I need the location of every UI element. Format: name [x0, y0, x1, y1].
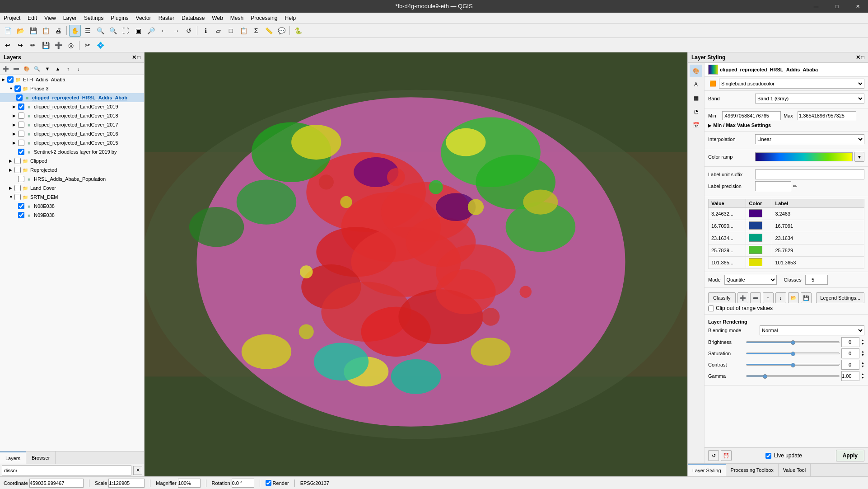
rotation-input[interactable] [232, 479, 254, 488]
expand-lc2018-icon[interactable]: ▶ [13, 113, 18, 118]
blending-select[interactable]: Normal Multiply Screen [760, 325, 864, 335]
expand-clipped-icon[interactable]: ▶ [9, 159, 14, 163]
layer-lc2016-checkbox[interactable] [18, 131, 24, 137]
print-btn[interactable]: 🖨 [52, 25, 64, 37]
menu-vector[interactable]: Vector [132, 13, 155, 24]
layer-reprojected-grp[interactable]: ▶ 📁 Reprojected [0, 165, 144, 174]
expand-reprojected-icon[interactable]: ▶ [9, 168, 14, 172]
apply-button[interactable]: Apply [836, 450, 864, 461]
styling-refresh-btn[interactable]: ↺ [708, 450, 719, 461]
classify-button[interactable]: Classify [708, 292, 736, 303]
cell-color[interactable] [746, 232, 772, 244]
zoom-select-btn[interactable]: 🔎 [145, 25, 157, 37]
search-clear-button[interactable]: ✕ [133, 466, 142, 475]
label-edit[interactable] [775, 248, 861, 253]
label-edit[interactable] [775, 223, 861, 229]
layer-phase3-checkbox[interactable] [14, 85, 21, 92]
zoom-out-btn[interactable]: 🔍 [107, 25, 119, 37]
interpolation-select[interactable]: Linear [755, 134, 864, 144]
expand-srtm-icon[interactable]: ▼ [9, 195, 14, 199]
expand-lc2015-icon[interactable]: ▶ [13, 141, 18, 145]
tab-layer-styling[interactable]: Layer Styling [688, 464, 726, 476]
classify-up-icon[interactable]: ↑ [763, 292, 774, 303]
meas-btn[interactable]: 📏 [263, 25, 275, 37]
menu-database[interactable]: Database [178, 13, 208, 24]
layer-srtm-checkbox[interactable] [14, 194, 21, 200]
classify-add-icon[interactable]: ➕ [737, 292, 748, 303]
layer-srtm-grp[interactable]: ▼ 📁 SRTM_DEM [0, 193, 144, 202]
digitize-btn[interactable]: ✂ [82, 39, 93, 51]
refresh-btn[interactable]: ↺ [183, 25, 195, 37]
styling-label-icon[interactable]: A [690, 78, 702, 91]
color-swatch[interactable] [749, 258, 762, 266]
tab-browser[interactable]: Browser [26, 451, 56, 464]
cell-label[interactable] [772, 220, 864, 232]
layer-sentinel-checkbox[interactable] [18, 149, 24, 155]
expand-phase3-icon[interactable]: ▼ [9, 86, 14, 91]
redo-btn[interactable]: ↪ [14, 39, 26, 51]
search-input[interactable] [2, 465, 131, 475]
menu-project[interactable]: Project [0, 13, 24, 24]
classify-down-icon[interactable]: ↓ [775, 292, 786, 303]
expand-lc2019-icon[interactable]: ▶ [13, 104, 18, 109]
pan-map-btn[interactable]: ☰ [82, 25, 93, 37]
gamma-thumb[interactable] [763, 374, 767, 379]
tab-layers[interactable]: Layers [0, 451, 26, 464]
styling-paint-icon[interactable]: 🎨 [690, 65, 702, 77]
maximize-button[interactable]: □ [826, 0, 847, 13]
styling-auto-apply-btn[interactable]: ⏰ [721, 450, 732, 461]
classes-input[interactable] [805, 275, 828, 285]
layer-n08-checkbox[interactable] [18, 203, 24, 209]
render-type-select[interactable]: Singleband pseudocolor [719, 79, 864, 89]
label-edit[interactable] [775, 235, 861, 241]
layer-eth-checkbox[interactable] [7, 76, 14, 83]
max-input[interactable] [798, 111, 856, 120]
map-area[interactable]: N [145, 52, 687, 476]
snap-btn[interactable]: 💠 [94, 39, 106, 51]
cell-color[interactable] [746, 244, 772, 257]
color-swatch[interactable] [749, 221, 762, 230]
select-btn[interactable]: ▱ [212, 25, 224, 37]
cell-color[interactable] [746, 208, 772, 220]
new-project-btn[interactable]: 📄 [2, 25, 14, 37]
color-swatch[interactable] [749, 234, 762, 242]
layers-float-icon[interactable]: □ [137, 54, 140, 61]
cell-color[interactable] [746, 220, 772, 232]
add-feature-btn[interactable]: ➕ [52, 39, 64, 51]
classify-save-icon[interactable]: 💾 [801, 292, 812, 303]
zoom-layer-btn[interactable]: ▣ [132, 25, 144, 37]
deselect-btn[interactable]: □ [225, 25, 237, 37]
tab-processing-toolbox[interactable]: Processing Toolbox [726, 464, 779, 476]
expand-landcover-icon[interactable]: ▶ [9, 186, 14, 190]
layer-lc2019[interactable]: ▶ ■ clipped_reprojected_LandCover_2019 [0, 102, 144, 111]
layers-filter-btn[interactable]: 🔍 [32, 64, 42, 74]
layer-landcover-checkbox[interactable] [14, 185, 21, 191]
layer-n09-checkbox[interactable] [18, 212, 24, 218]
pan-btn[interactable]: ✋ [69, 25, 81, 37]
open-btn[interactable]: 📂 [14, 25, 26, 37]
menu-settings[interactable]: Settings [80, 13, 107, 24]
contrast-thumb[interactable] [791, 363, 795, 367]
layer-hrsl-pop-checkbox[interactable] [18, 176, 24, 182]
classify-remove-icon[interactable]: ➖ [750, 292, 761, 303]
menu-help[interactable]: Help [281, 13, 300, 24]
mode-select[interactable]: Quantile Equal Interval Natural Breaks S… [724, 275, 777, 285]
cell-label[interactable] [772, 244, 864, 257]
classify-folder-icon[interactable]: 📂 [788, 292, 799, 303]
layer-lc2017-checkbox[interactable] [18, 122, 24, 128]
layer-lc2015-checkbox[interactable] [18, 140, 24, 146]
min-input[interactable] [722, 111, 781, 120]
layers-collapse-all-btn[interactable]: ▲ [53, 64, 63, 74]
save-layer-btn[interactable]: 💾 [40, 39, 51, 51]
expand-lc2017-icon[interactable]: ▶ [13, 122, 18, 127]
gamma-input[interactable] [841, 371, 859, 381]
precision-edit-icon[interactable]: ✏ [793, 183, 797, 189]
close-button[interactable]: ✕ [847, 0, 868, 13]
color-swatch[interactable] [749, 246, 762, 254]
live-update-checkbox[interactable] [765, 453, 771, 459]
expand-eth-icon[interactable]: ▶ [2, 77, 7, 82]
zoom-next-btn[interactable]: → [170, 25, 182, 37]
layers-expand-all-btn[interactable]: ▼ [42, 64, 52, 74]
layer-hrsl-pop[interactable]: ■ HRSL_Addis_Ababa_Population [0, 174, 144, 183]
styling-3d-icon[interactable]: ▦ [690, 92, 702, 104]
